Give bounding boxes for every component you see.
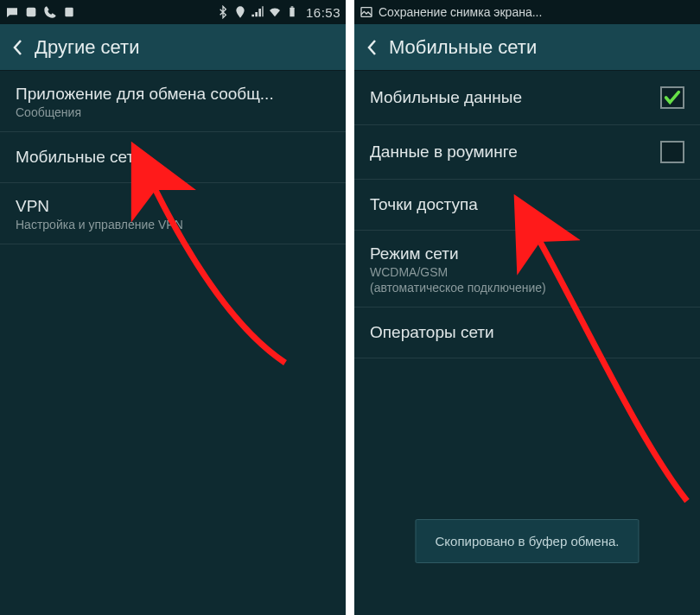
battery-icon <box>285 5 299 19</box>
left-screenshot: 16:53 Другие сети Приложение для обмена … <box>0 0 346 615</box>
item-mobile-data[interactable]: Мобильные данные <box>354 71 700 125</box>
signal-icon <box>251 5 264 19</box>
bluetooth-icon <box>216 5 230 19</box>
image-icon <box>360 5 373 19</box>
phone-icon <box>43 5 57 19</box>
page-title: Другие сети <box>35 36 139 59</box>
item-sub: Сообщения <box>16 105 330 119</box>
item-title: VPN <box>16 197 330 216</box>
item-roaming[interactable]: Данные в роуминге <box>354 125 700 180</box>
settings-list: Приложение для обмена сообщ... Сообщения… <box>0 71 346 244</box>
titlebar[interactable]: Другие сети <box>0 24 346 71</box>
right-screenshot: Сохранение снимка экрана... Мобильные се… <box>354 0 700 615</box>
item-operators[interactable]: Операторы сети <box>354 308 700 358</box>
svg-rect-0 <box>27 8 36 17</box>
checkbox[interactable] <box>660 86 684 109</box>
svg-rect-3 <box>291 6 294 7</box>
notif-icon <box>62 5 76 19</box>
item-title: Режим сети <box>370 244 684 263</box>
back-icon[interactable] <box>9 39 26 56</box>
item-network-mode[interactable]: Режим сети WCDMA/GSM (автоматическое под… <box>354 231 700 308</box>
status-bar: 16:53 <box>0 0 346 24</box>
item-mobile-networks[interactable]: Мобильные сети <box>0 132 346 183</box>
item-title: Приложение для обмена сообщ... <box>16 85 330 104</box>
location-icon <box>233 5 247 19</box>
status-bar: Сохранение снимка экрана... <box>354 0 700 24</box>
clock: 16:53 <box>306 5 340 20</box>
item-title: Мобильные сети <box>16 148 330 167</box>
item-title: Операторы сети <box>370 323 684 342</box>
item-vpn[interactable]: VPN Настройка и управление VPN <box>0 183 346 244</box>
item-title: Данные в роуминге <box>370 143 652 162</box>
back-icon[interactable] <box>363 39 380 56</box>
badge-icon <box>24 5 38 19</box>
wifi-icon <box>268 5 282 19</box>
toast: Скопировано в буфер обмена. <box>415 519 639 563</box>
item-sub2: (автоматическое подключение) <box>370 281 684 295</box>
settings-list: Мобильные данные Данные в роуминге Точки… <box>354 71 700 358</box>
item-messaging-app[interactable]: Приложение для обмена сообщ... Сообщения <box>0 71 346 132</box>
page-title: Мобильные сети <box>389 36 537 59</box>
screenshot-saving-text: Сохранение снимка экрана... <box>379 5 542 19</box>
item-sub: Настройка и управление VPN <box>16 218 330 231</box>
checkbox[interactable] <box>660 141 684 163</box>
item-title: Точки доступа <box>370 195 684 214</box>
item-title: Мобильные данные <box>370 88 652 107</box>
message-icon <box>5 5 19 19</box>
svg-rect-1 <box>65 8 73 17</box>
item-sub: WCDMA/GSM <box>370 265 684 279</box>
titlebar[interactable]: Мобильные сети <box>354 24 700 71</box>
item-access-points[interactable]: Точки доступа <box>354 180 700 231</box>
svg-rect-2 <box>290 8 294 17</box>
